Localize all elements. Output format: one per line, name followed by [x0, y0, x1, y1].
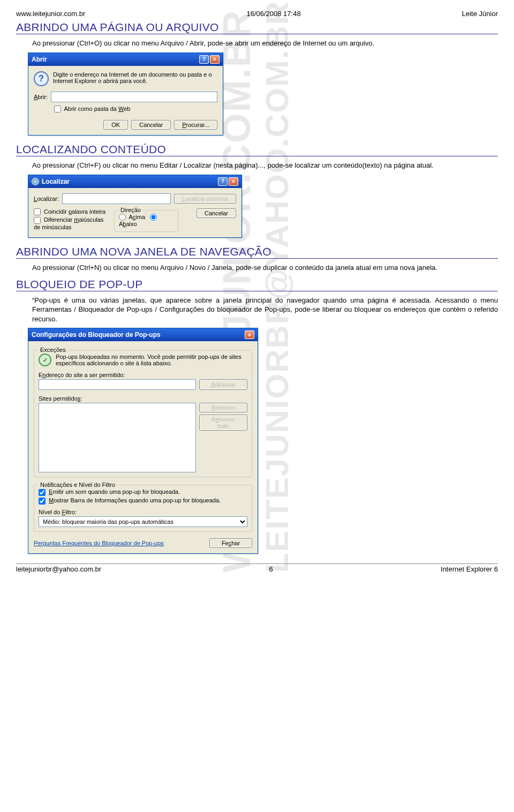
check-word-label[interactable]: Coincidir palavra inteira — [34, 208, 109, 216]
add-button[interactable]: Adicionar — [199, 379, 247, 390]
abrir-label: Abrir: — [34, 94, 48, 100]
check-bar-label[interactable]: Mostrar Barra de Informações quando uma … — [39, 497, 247, 505]
allowed-sites-listbox[interactable] — [39, 403, 196, 472]
localizar-label: Localizar: — [34, 196, 59, 202]
radio-up[interactable] — [119, 214, 126, 221]
allowed-sites-label: Sites permitidos: — [39, 395, 247, 402]
check-word[interactable] — [34, 208, 41, 215]
abrir-prompt: Digite o endereço na Internet de um docu… — [53, 71, 217, 86]
popup-blocker-dialog: Configurações do Bloqueador de Pop-ups ×… — [28, 328, 498, 553]
footer-center: 6 — [269, 565, 273, 573]
address-label: Endereço do site a ser permitido: — [39, 372, 247, 378]
popup-dialog-title: Configurações do Bloqueador de Pop-ups — [32, 331, 161, 339]
question-icon: ? — [34, 71, 49, 86]
section-para-localizando: Ao pressionar (Ctrl+F) ou clicar no menu… — [32, 161, 498, 170]
faq-link[interactable]: Perguntas Frequentes do Bloqueador de Po… — [34, 540, 164, 546]
section-para-nova-janela: Ao pressionar (Ctrl+N) ou clicar no menu… — [32, 263, 498, 273]
find-next-button[interactable]: Localizar próxima — [174, 194, 236, 204]
section-title-abrindo-pagina: ABRINDO UMA PÁGINA OU ARQUIVO — [16, 21, 498, 34]
help-icon[interactable]: ? — [218, 177, 228, 186]
notifications-group-title: Notificações e Nível do Filtro — [39, 482, 117, 488]
abrir-input[interactable] — [51, 92, 217, 102]
radio-up-label[interactable]: Acima — [119, 214, 145, 220]
check-bar[interactable] — [39, 498, 46, 505]
search-icon — [32, 178, 39, 185]
section-para-abrindo-pagina: Ao pressionar (Ctrl+O) ou clicar no menu… — [32, 39, 498, 48]
help-icon[interactable]: ? — [199, 55, 209, 64]
exceptions-group-title: Exceções — [39, 347, 67, 353]
close-icon[interactable]: × — [229, 177, 238, 186]
section-title-localizando: LOCALIZANDO CONTEÚDO — [16, 143, 498, 156]
abrir-check-web[interactable] — [54, 106, 61, 112]
section-title-popup: BLOQUEIO DE POP-UP — [16, 278, 498, 291]
radio-down[interactable] — [150, 214, 157, 221]
popup-dialog-titlebar: Configurações do Bloqueador de Pop-ups × — [28, 328, 258, 341]
section-title-nova-janela: ABRINDO UMA NOVA JANELA DE NAVEGAÇÃO — [16, 245, 498, 259]
localizar-dialog-title: Localizar — [42, 178, 70, 185]
filter-level-label: Nível do Filtro: — [39, 509, 247, 515]
cancel-button[interactable]: Cancelar — [131, 120, 171, 130]
header-right: Leite Júnior — [462, 10, 498, 18]
remove-button[interactable]: Remover — [199, 403, 247, 412]
ok-button[interactable]: OK — [103, 120, 128, 130]
header-left: www.leitejunior.com.br — [16, 10, 85, 18]
abrir-dialog: Abrir ? × ? Digite o endereço na Interne… — [28, 52, 498, 136]
close-icon[interactable]: × — [210, 55, 220, 64]
check-icon: ✓ — [39, 354, 51, 366]
localizar-dialog: Localizar ? × Localizar: Localizar próxi… — [28, 175, 498, 238]
remove-all-button[interactable]: Remover tudo — [199, 415, 247, 431]
filter-level-select[interactable]: Médio: bloquear maioria das pop-ups auto… — [39, 516, 247, 527]
localizar-input[interactable] — [62, 193, 171, 204]
close-button[interactable]: Fechar — [209, 538, 252, 548]
abrir-dialog-title: Abrir — [32, 56, 47, 63]
direction-group-title: Direção — [119, 207, 142, 213]
check-case-label[interactable]: Diferenciar maiúsculas de minúsculas — [34, 216, 109, 230]
localizar-dialog-titlebar: Localizar ? × — [28, 175, 241, 188]
address-input[interactable] — [39, 379, 196, 390]
abrir-check-web-label[interactable]: Abrir como pasta da Web — [54, 106, 130, 112]
browse-button[interactable]: Procurar... — [174, 120, 217, 130]
footer-left: leitejuniorbr@yahoo.com.br — [16, 565, 101, 573]
footer-right: Internet Explorer 6 — [441, 565, 498, 573]
check-case[interactable] — [34, 217, 41, 224]
exceptions-text: Pop-ups bloqueadas no momento. Você pode… — [56, 354, 247, 366]
header-center: 16/06/2008 17:48 — [246, 10, 300, 18]
check-sound[interactable] — [39, 489, 46, 496]
section-para-popup: “Pop-ups é uma ou várias janelas, que ap… — [32, 296, 498, 324]
close-icon[interactable]: × — [245, 330, 254, 339]
page-header: www.leitejunior.com.br 16/06/2008 17:48 … — [16, 10, 498, 18]
cancel-button[interactable]: Cancelar — [196, 208, 236, 218]
page-footer: leitejuniorbr@yahoo.com.br 6 Internet Ex… — [16, 563, 498, 573]
abrir-dialog-titlebar: Abrir ? × — [28, 53, 223, 66]
check-sound-label[interactable]: Emitir um som quando uma pop-up for bloq… — [39, 488, 247, 496]
